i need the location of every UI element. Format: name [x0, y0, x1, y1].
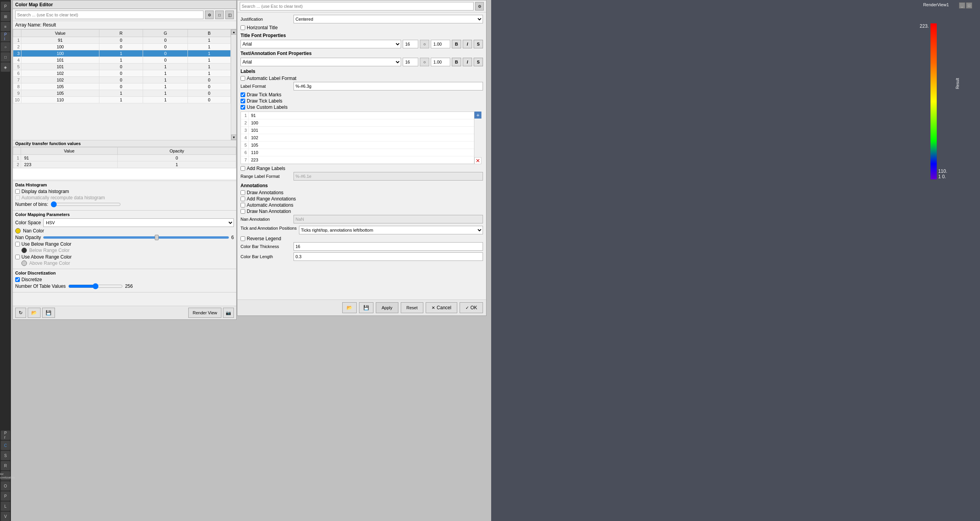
auto-annotations-cb[interactable]: [241, 203, 245, 207]
scroll-up[interactable]: ▲: [231, 29, 236, 35]
table-row[interactable]: 2 100 0 0 1: [13, 44, 231, 50]
color-sidebar[interactable]: C: [1, 441, 10, 450]
use-below-range-cb[interactable]: [15, 242, 20, 246]
add-range-labels-cb[interactable]: [241, 166, 245, 171]
table-values-slider[interactable]: [68, 283, 123, 289]
remove-label-btn[interactable]: ✕: [474, 157, 481, 164]
below-range-swatch[interactable]: [21, 248, 27, 253]
draw-tick-marks-cb[interactable]: [241, 92, 245, 97]
color-table-scrollbar[interactable]: ▲ ▼: [231, 29, 236, 140]
above-range-swatch[interactable]: [21, 260, 27, 266]
cme-icon-btn2[interactable]: ◫: [225, 11, 234, 19]
color-space-select[interactable]: HSV RGB Lab: [43, 218, 234, 227]
cme-load-btn[interactable]: 📂: [28, 308, 41, 318]
sidebar-icon-2[interactable]: ⊞: [1, 12, 10, 21]
range-label-format-input[interactable]: [294, 172, 483, 181]
recompute-histogram-cb[interactable]: [15, 195, 20, 200]
table-row[interactable]: 4 101 1 0 1: [13, 57, 231, 64]
nan-color-swatch[interactable]: [15, 228, 21, 234]
rv-maximize-btn[interactable]: □: [966, 2, 972, 9]
scroll-down[interactable]: ▼: [231, 135, 236, 140]
table-row[interactable]: 3 100 1 0 1: [13, 50, 231, 57]
list-item[interactable]: 5 105: [241, 142, 474, 149]
sty-sidebar[interactable]: Color Discretization: [1, 471, 10, 480]
table-row[interactable]: 7 102 0 1 0: [13, 77, 231, 83]
lin-sidebar[interactable]: L: [1, 502, 10, 511]
title-shadow-btn[interactable]: S: [474, 40, 483, 48]
text-circle-btn[interactable]: ○: [420, 58, 429, 66]
table-row[interactable]: 1 91 0 0 1: [13, 37, 231, 44]
title-italic-btn[interactable]: I: [463, 40, 472, 48]
title-font-size[interactable]: [403, 40, 418, 48]
use-custom-labels-cb[interactable]: [241, 105, 245, 110]
list-item[interactable]: 6 110: [241, 149, 474, 156]
title-bold-btn[interactable]: B: [452, 40, 461, 48]
table-row[interactable]: 8 105 0 1 0: [13, 83, 231, 90]
table-row[interactable]: 9 105 1 1 0: [13, 90, 231, 97]
tick-positions-select[interactable]: Ticks right/top, annotations left/bottom…: [299, 226, 483, 234]
text-italic-btn[interactable]: I: [463, 58, 472, 66]
bins-slider[interactable]: [51, 201, 121, 207]
poi-sidebar[interactable]: P: [1, 491, 10, 501]
table-row[interactable]: 10 110 1 1 0: [13, 97, 231, 103]
sbp-settings-btn[interactable]: ⚙: [475, 2, 484, 11]
nan-annotation-input[interactable]: [294, 215, 483, 223]
load-icon-btn[interactable]: 📂: [342, 302, 357, 313]
ok-button[interactable]: ✓ OK: [460, 302, 483, 313]
table-row[interactable]: 1 91 0: [13, 155, 236, 161]
draw-tick-labels-cb[interactable]: [241, 99, 245, 103]
table-row[interactable]: 2 223 1: [13, 161, 236, 168]
text-opacity-spin[interactable]: [431, 58, 450, 66]
sidebar-icon-3[interactable]: ≡: [1, 22, 10, 31]
vol-sidebar[interactable]: V: [1, 512, 10, 521]
text-shadow-btn[interactable]: S: [474, 58, 483, 66]
add-range-annotations-cb[interactable]: [241, 197, 245, 201]
justification-select[interactable]: Centered Left Right: [294, 15, 483, 23]
cme-refresh-btn[interactable]: ↻: [15, 308, 26, 318]
save-icon-btn[interactable]: 💾: [359, 302, 373, 313]
sidebar-icon-7[interactable]: ◈: [1, 62, 10, 72]
text-font-select[interactable]: Arial Times New Roman Courier: [241, 58, 401, 66]
horizontal-title-cb[interactable]: [241, 25, 245, 30]
auto-label-format-cb[interactable]: [241, 76, 245, 81]
title-font-select[interactable]: Arial Times New Roman Courier: [241, 40, 401, 48]
cme-render-view-btn[interactable]: Render View: [188, 308, 221, 318]
props-sidebar[interactable]: Pr: [1, 431, 10, 440]
sidebar-icon-5[interactable]: ○: [1, 42, 10, 51]
list-item[interactable]: 1 91: [241, 112, 474, 119]
opa-sidebar[interactable]: O: [1, 481, 10, 491]
sidebar-icon-1[interactable]: P: [1, 2, 10, 11]
discretize-cb[interactable]: [15, 277, 20, 282]
display-histogram-cb[interactable]: [15, 189, 20, 194]
table-row[interactable]: 5 101 0 1 1: [13, 64, 231, 70]
text-font-size[interactable]: [403, 58, 418, 66]
list-item[interactable]: 4 102: [241, 134, 474, 142]
rv-minimize-btn[interactable]: _: [959, 2, 965, 9]
color-bar-length-input[interactable]: [294, 252, 483, 261]
text-bold-btn[interactable]: B: [452, 58, 461, 66]
label-format-input[interactable]: [294, 82, 483, 90]
sca-sidebar[interactable]: S: [1, 451, 10, 460]
color-bar-thickness-input[interactable]: [294, 242, 483, 251]
apply-button[interactable]: Apply: [376, 302, 398, 313]
list-item[interactable]: 2 100: [241, 119, 474, 127]
reverse-legend-cb[interactable]: [241, 236, 245, 241]
add-label-btn[interactable]: +: [474, 112, 481, 119]
cme-icon-btn1[interactable]: □: [215, 11, 224, 19]
cme-save-btn[interactable]: 💾: [42, 308, 55, 318]
sbp-search-input[interactable]: [240, 2, 474, 11]
repr-sidebar[interactable]: R: [1, 461, 10, 470]
reset-button[interactable]: Reset: [401, 302, 424, 313]
list-item[interactable]: 3 101: [241, 127, 474, 134]
table-row[interactable]: 6 102 0 1 1: [13, 70, 231, 77]
cme-screenshot-btn[interactable]: 📷: [223, 308, 234, 318]
cme-search-input[interactable]: [15, 11, 203, 19]
draw-annotations-cb[interactable]: [241, 190, 245, 195]
use-above-range-cb[interactable]: [15, 255, 20, 259]
pipeline-icon[interactable]: Pi: [1, 32, 10, 41]
sidebar-icon-6[interactable]: □: [1, 52, 10, 62]
cancel-button[interactable]: ✕ Cancel: [426, 302, 457, 313]
title-circle-btn[interactable]: ○: [420, 40, 429, 48]
draw-nan-annotation-cb[interactable]: [241, 209, 245, 214]
nan-opacity-slider-track[interactable]: [43, 236, 229, 239]
